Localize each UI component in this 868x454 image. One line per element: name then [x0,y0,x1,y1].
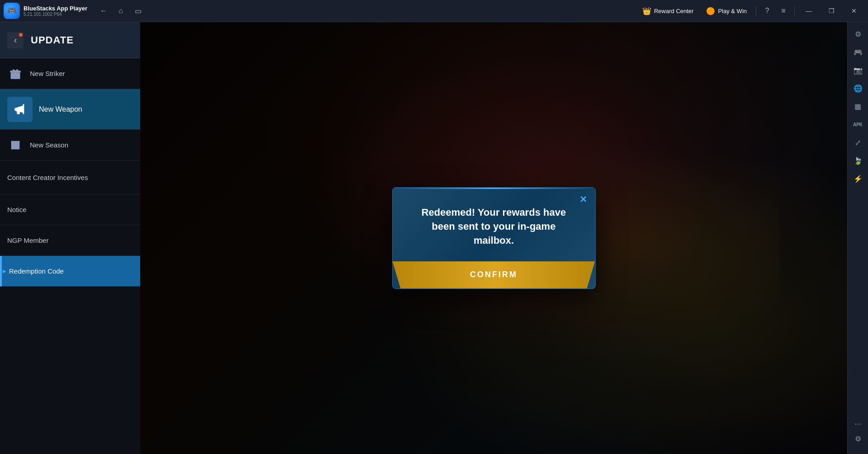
titlebar-separator-2 [794,6,795,15]
nav-item-redemption-code[interactable]: Redemption Code [0,256,140,287]
titlebar-nav-controls: ← ⌂ ▭ [96,4,145,18]
main-content: ‹ UPDATE New Striker New Weapon [0,22,847,454]
maximize-button[interactable]: ❐ [821,0,842,22]
titlebar: 🎮 BlueStacks App Player 5.21.101.1002 P6… [0,0,868,22]
app-info: BlueStacks App Player 5.21.101.1002 P64 [24,5,87,17]
notification-dot [19,33,23,37]
nav-label-new-weapon: New Weapon [39,105,82,114]
sidebar-icon-settings-bottom[interactable]: ⚙ [850,430,866,447]
right-sidebar: ⚙ 🎮 📷 🌐 ▦ APK ⤢ 🍃 ⚡ ··· ⚙ [847,22,868,454]
left-panel: ‹ UPDATE New Striker New Weapon [0,22,140,454]
nav-label-notice: Notice [7,206,27,213]
sidebar-icon-camera[interactable]: 📷 [850,62,866,78]
dialog-overlay: ✕ Redeemed! Your rewards have been sent … [140,22,847,454]
megaphone-icon [7,97,33,122]
nav-label-new-striker: New Striker [30,70,65,77]
reward-center-label: Reward Center [654,8,693,14]
play-win-label: Play & Win [718,8,747,14]
sidebar-icon-gamepad[interactable]: 🎮 [850,44,866,60]
crown-icon: 👑 [642,7,651,15]
nav-list: New Striker New Weapon New Season Conten… [0,58,140,454]
sidebar-icon-macro[interactable]: ⚡ [850,170,866,187]
panel-back-button[interactable]: ‹ [7,32,24,48]
redemption-dialog: ✕ Redeemed! Your rewards have been sent … [392,187,596,288]
close-button[interactable]: ✕ [844,0,864,22]
minimize-button[interactable]: — [798,0,819,22]
multi-instance-button[interactable]: ▭ [131,4,145,18]
nav-label-redemption-code: Redemption Code [9,267,64,275]
nav-label-ngp-member: NGP Member [7,236,48,244]
nav-label-new-season: New Season [30,141,68,149]
back-button[interactable]: ← [96,4,111,18]
sidebar-icon-globe[interactable]: 🌐 [850,80,866,96]
sidebar-icon-settings[interactable]: ⚙ [850,26,866,42]
sidebar-icon-resize[interactable]: ⤢ [850,134,866,151]
nav-item-notice[interactable]: Notice [0,194,140,225]
dialog-confirm-button[interactable]: CONFIRM [393,261,595,288]
home-button[interactable]: ⌂ [114,4,128,18]
panel-title: UPDATE [31,34,74,46]
nav-item-content-creator[interactable]: Content Creator Incentives [0,161,140,194]
nav-label-content-creator: Content Creator Incentives [7,174,88,181]
titlebar-right: 👑 Reward Center 🟠 Play & Win ? ≡ — ❐ ✕ [637,0,868,22]
fire-icon: 🟠 [706,7,715,15]
app-logo: 🎮 [4,3,20,19]
nav-item-new-season[interactable]: New Season [0,130,140,161]
help-button[interactable]: ? [760,4,774,18]
gift-icon [7,66,24,82]
sidebar-icon-eco[interactable]: 🍃 [850,152,866,169]
menu-button[interactable]: ≡ [776,4,791,18]
nav-item-new-weapon[interactable]: New Weapon [0,89,140,130]
app-title: BlueStacks App Player [24,5,87,12]
book-icon [7,137,24,153]
dialog-close-button[interactable]: ✕ [577,193,590,206]
nav-item-ngp-member[interactable]: NGP Member [0,225,140,256]
nav-item-new-striker[interactable]: New Striker [0,58,140,89]
sidebar-more-button[interactable]: ··· [854,419,861,429]
app-version: 5.21.101.1002 P64 [24,12,87,17]
dialog-message: Redeemed! Your rewards have been sent to… [411,206,577,247]
play-win-button[interactable]: 🟠 Play & Win [701,5,752,17]
game-background: ✕ Redeemed! Your rewards have been sent … [140,22,847,454]
sidebar-icon-grid[interactable]: ▦ [850,98,866,114]
left-header: ‹ UPDATE [0,22,140,58]
sidebar-icon-apk[interactable]: APK [850,116,866,132]
reward-center-button[interactable]: 👑 Reward Center [637,5,699,17]
titlebar-separator [756,6,756,15]
